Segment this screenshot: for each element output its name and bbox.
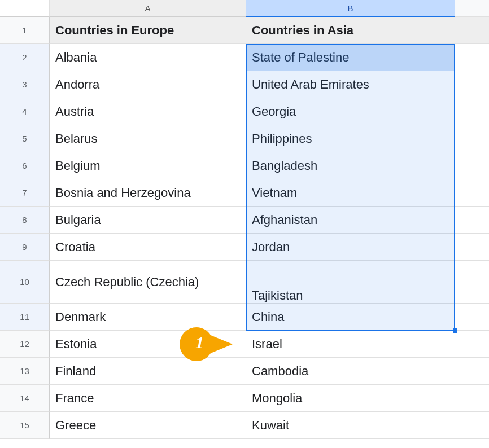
header-cell-a[interactable]: Countries in Europe	[50, 17, 246, 44]
row-header[interactable]: 13	[0, 358, 50, 385]
table-row: 15GreeceKuwait	[0, 412, 489, 439]
grid-rows: 1Countries in EuropeCountries in Asia2Al…	[0, 17, 489, 448]
cell-a[interactable]: Belarus	[50, 125, 246, 152]
cell-a[interactable]: Croatia	[50, 234, 246, 261]
table-row: 14FranceMongolia	[0, 385, 489, 412]
cell-c[interactable]	[455, 412, 489, 439]
row-header[interactable]: 15	[0, 412, 50, 439]
cell-c[interactable]	[455, 44, 489, 71]
table-row: 8BulgariaAfghanistan	[0, 207, 489, 234]
row-header[interactable]: 1	[0, 17, 50, 44]
row-header[interactable]: 2	[0, 44, 50, 71]
cell-b[interactable]: Mongolia	[246, 385, 455, 412]
cell-b[interactable]: Georgia	[246, 98, 455, 125]
cell-a[interactable]: Austria	[50, 98, 246, 125]
row-header[interactable]: 7	[0, 179, 50, 207]
cell-b[interactable]: Cambodia	[246, 358, 455, 385]
row-header[interactable]: 9	[0, 234, 50, 261]
row-header[interactable]: 8	[0, 207, 50, 234]
table-row: 10Czech Republic (Czechia)Tajikistan	[0, 261, 489, 304]
table-row: 5BelarusPhilippines	[0, 125, 489, 152]
row-header[interactable]: 3	[0, 71, 50, 98]
row-header[interactable]: 12	[0, 331, 50, 358]
table-row: 12EstoniaIsrael	[0, 331, 489, 358]
cell-a[interactable]: Andorra	[50, 71, 246, 98]
cell-b[interactable]: Tajikistan	[246, 261, 455, 304]
cell-c[interactable]	[455, 98, 489, 125]
cell-c[interactable]	[455, 331, 489, 358]
row-header[interactable]: 6	[0, 152, 50, 179]
row-header[interactable]: 14	[0, 385, 50, 412]
cell-b[interactable]: Vietnam	[246, 179, 455, 207]
table-row: 1Countries in EuropeCountries in Asia	[0, 17, 489, 44]
cell-c[interactable]	[455, 179, 489, 207]
cell-a[interactable]: Finland	[50, 358, 246, 385]
cell-a[interactable]: Denmark	[50, 304, 246, 331]
row-header[interactable]: 10	[0, 261, 50, 304]
cell-b[interactable]: Bangladesh	[246, 152, 455, 179]
cell-c[interactable]	[455, 358, 489, 385]
cell-a[interactable]: Albania	[50, 44, 246, 71]
cell-c[interactable]	[455, 207, 489, 234]
cell-b[interactable]: China	[246, 304, 455, 331]
cell-c[interactable]	[455, 17, 489, 44]
select-all-corner[interactable]	[0, 0, 50, 17]
cell-a[interactable]: Czech Republic (Czechia)	[50, 261, 246, 304]
cell-b[interactable]: State of Palestine	[246, 44, 455, 71]
row-header[interactable]: 11	[0, 304, 50, 331]
table-row: 2AlbaniaState of Palestine	[0, 44, 489, 71]
cell-c[interactable]	[455, 152, 489, 179]
cell-a[interactable]: Bosnia and Herzegovina	[50, 179, 246, 207]
column-header-c[interactable]	[455, 0, 489, 17]
cell-b[interactable]: Jordan	[246, 234, 455, 261]
table-row: 9CroatiaJordan	[0, 234, 489, 261]
header-cell-b[interactable]: Countries in Asia	[246, 17, 455, 44]
cell-a[interactable]: France	[50, 385, 246, 412]
table-row: 3AndorraUnited Arab Emirates	[0, 71, 489, 98]
cell-a[interactable]: Greece	[50, 412, 246, 439]
cell-b[interactable]: Israel	[246, 331, 455, 358]
table-row: 4AustriaGeorgia	[0, 98, 489, 125]
column-header-b[interactable]: B	[246, 0, 455, 17]
row-header[interactable]: 5	[0, 125, 50, 152]
cell-c[interactable]	[455, 234, 489, 261]
cell-a[interactable]: Estonia	[50, 331, 246, 358]
cell-b[interactable]: United Arab Emirates	[246, 71, 455, 98]
column-header-a[interactable]: A	[50, 0, 246, 17]
cell-a[interactable]: Belgium	[50, 152, 246, 179]
cell-a[interactable]: Bulgaria	[50, 207, 246, 234]
column-header-row: A B	[0, 0, 489, 17]
cell-b[interactable]: Philippines	[246, 125, 455, 152]
table-row: 11DenmarkChina	[0, 304, 489, 331]
table-row: 7Bosnia and HerzegovinaVietnam	[0, 179, 489, 207]
cell-c[interactable]	[455, 125, 489, 152]
cell-c[interactable]	[455, 261, 489, 304]
cell-b[interactable]: Kuwait	[246, 412, 455, 439]
table-row: 6BelgiumBangladesh	[0, 152, 489, 179]
spreadsheet[interactable]: A B 1Countries in EuropeCountries in Asi…	[0, 0, 489, 448]
cell-c[interactable]	[455, 385, 489, 412]
row-header[interactable]: 4	[0, 98, 50, 125]
table-row: 13FinlandCambodia	[0, 358, 489, 385]
cell-b[interactable]: Afghanistan	[246, 207, 455, 234]
cell-c[interactable]	[455, 71, 489, 98]
cell-c[interactable]	[455, 304, 489, 331]
